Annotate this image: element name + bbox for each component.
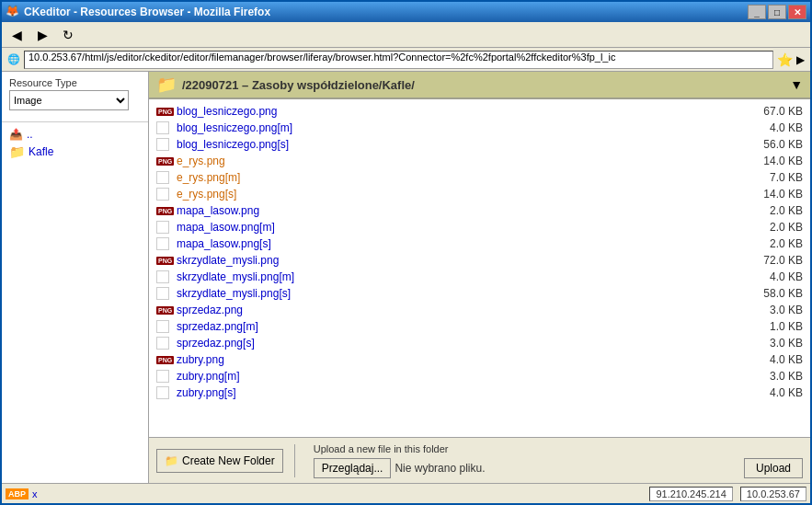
sidebar-item-kafle[interactable]: 📁 Kafle: [2, 143, 148, 161]
table-row[interactable]: skrzydlate_mysli.png[m]4.0 KB: [149, 269, 810, 285]
folder-header: 📁 /22090721 – Zasoby współdzielone/Kafle…: [149, 72, 810, 99]
table-row[interactable]: zubry.png[m]3.0 KB: [149, 368, 810, 384]
upload-button[interactable]: Upload: [744, 458, 803, 478]
main-area: Resource Type Image 📤 .. 📁 Kafle 📁 /2209…: [2, 72, 810, 483]
file-size: 4.0 KB: [748, 121, 803, 134]
img-placeholder: [156, 138, 169, 151]
png-badge: PNG: [156, 356, 174, 364]
file-size: 58.0 KB: [748, 287, 803, 300]
file-icon: [156, 170, 173, 185]
table-row[interactable]: mapa_lasow.png[s]2.0 KB: [149, 235, 810, 252]
window-title: CKeditor - Resources Browser - Mozilla F…: [24, 6, 748, 18]
file-icon: [156, 220, 173, 235]
sidebar-item-up[interactable]: 📤 ..: [2, 126, 148, 143]
folder-new-icon: 📁: [165, 454, 178, 467]
img-placeholder: [156, 188, 169, 201]
file-name[interactable]: zubry.png[s]: [177, 386, 748, 399]
img-placeholder: [156, 337, 169, 350]
addon-close[interactable]: x: [32, 488, 38, 499]
png-badge: PNG: [156, 157, 174, 166]
img-placeholder: [156, 221, 169, 234]
table-row[interactable]: PNGe_rys.png14.0 KB: [149, 153, 810, 169]
file-size: 67.0 KB: [748, 105, 803, 118]
img-placeholder: [156, 287, 169, 300]
file-size: 2.0 KB: [748, 204, 803, 217]
table-row[interactable]: PNGsprzedaz.png3.0 KB: [149, 302, 810, 318]
img-placeholder: [156, 270, 169, 283]
table-row[interactable]: e_rys.png[m]7.0 KB: [149, 169, 810, 186]
table-row[interactable]: skrzydlate_mysli.png[s]58.0 KB: [149, 285, 810, 302]
addon-badge: ABP: [6, 488, 29, 499]
title-bar: 🦊 CKeditor - Resources Browser - Mozilla…: [2, 2, 810, 22]
file-name[interactable]: sprzedaz.png[m]: [177, 320, 748, 333]
file-icon: [156, 270, 173, 284]
png-badge: PNG: [156, 257, 174, 265]
img-placeholder: [156, 121, 169, 134]
file-name[interactable]: blog_lesniczego.png: [177, 105, 748, 118]
back-button[interactable]: ◀: [6, 25, 28, 45]
file-size: 2.0 KB: [748, 237, 803, 250]
table-row[interactable]: PNGskrzydlate_mysli.png72.0 KB: [149, 252, 810, 269]
create-folder-button[interactable]: 📁 Create New Folder: [156, 449, 283, 473]
maximize-button[interactable]: □: [768, 5, 786, 19]
forward-button[interactable]: ▶: [31, 25, 53, 45]
table-row[interactable]: sprzedaz.png[m]1.0 KB: [149, 318, 810, 335]
file-size: 4.0 KB: [748, 270, 803, 283]
folder-dropdown-icon[interactable]: ▼: [790, 77, 803, 92]
table-row[interactable]: e_rys.png[s]14.0 KB: [149, 186, 810, 202]
sidebar-item-kafle-label: Kafle: [29, 145, 53, 158]
table-row[interactable]: PNGmapa_lasow.png2.0 KB: [149, 202, 810, 219]
file-name[interactable]: mapa_lasow.png[m]: [177, 221, 748, 234]
no-file-text: Nie wybrano pliku.: [395, 462, 485, 475]
table-row[interactable]: mapa_lasow.png[m]2.0 KB: [149, 219, 810, 235]
folder-header-icon: 📁: [156, 75, 177, 95]
img-placeholder: [156, 237, 169, 250]
file-icon: [156, 137, 173, 152]
file-name[interactable]: zubry.png: [177, 353, 748, 366]
address-input[interactable]: 10.0.253.67/html/js/editor/ckeditor/edit…: [24, 51, 773, 69]
browse-button[interactable]: Przeglądaj...: [314, 458, 392, 478]
file-name[interactable]: e_rys.png: [177, 155, 748, 167]
table-row[interactable]: blog_lesniczego.png[m]4.0 KB: [149, 120, 810, 136]
file-size: 14.0 KB: [748, 155, 803, 167]
file-size: 4.0 KB: [748, 353, 803, 366]
browser-window: 🦊 CKeditor - Resources Browser - Mozilla…: [0, 0, 812, 505]
file-name[interactable]: mapa_lasow.png[s]: [177, 237, 748, 250]
table-row[interactable]: sprzedaz.png[s]3.0 KB: [149, 335, 810, 351]
file-icon: [156, 336, 173, 350]
table-row[interactable]: zubry.png[s]4.0 KB: [149, 384, 810, 401]
file-size: 4.0 KB: [748, 386, 803, 399]
close-button[interactable]: ✕: [788, 5, 806, 19]
file-name[interactable]: skrzydlate_mysli.png[s]: [177, 287, 748, 300]
file-name[interactable]: mapa_lasow.png: [177, 204, 748, 217]
file-name[interactable]: blog_lesniczego.png[m]: [177, 121, 748, 134]
resource-type-select[interactable]: Image: [9, 90, 129, 110]
png-badge: PNG: [156, 306, 174, 315]
folder-icon: 📁: [9, 144, 25, 159]
table-row[interactable]: PNGzubry.png4.0 KB: [149, 351, 810, 368]
nav-icon: ▶: [796, 53, 805, 66]
file-size: 2.0 KB: [748, 221, 803, 234]
refresh-button[interactable]: ↻: [57, 25, 79, 45]
resource-type-label: Resource Type: [2, 72, 148, 90]
table-row[interactable]: PNGblog_lesniczego.png67.0 KB: [149, 103, 810, 120]
address-go-icon: ⭐: [777, 52, 793, 67]
file-name[interactable]: blog_lesniczego.png[s]: [177, 138, 748, 151]
file-name[interactable]: skrzydlate_mysli.png: [177, 254, 748, 267]
file-name[interactable]: sprzedaz.png: [177, 304, 748, 316]
file-icon: [156, 286, 173, 301]
file-size: 3.0 KB: [748, 337, 803, 350]
file-icon: [156, 121, 173, 135]
file-name[interactable]: e_rys.png[s]: [177, 188, 748, 201]
status-ip2: 10.0.253.67: [740, 487, 806, 501]
file-name[interactable]: zubry.png[m]: [177, 370, 748, 383]
file-name[interactable]: e_rys.png[m]: [177, 171, 748, 184]
file-name[interactable]: skrzydlate_mysli.png[m]: [177, 270, 748, 283]
minimize-button[interactable]: _: [748, 5, 766, 19]
file-area: 📁 /22090721 – Zasoby współdzielone/Kafle…: [149, 72, 810, 483]
bottom-bar: 📁 Create New Folder Upload a new file in…: [149, 437, 810, 483]
file-name[interactable]: sprzedaz.png[s]: [177, 337, 748, 350]
img-placeholder: [156, 320, 169, 333]
status-bar: ABP x 91.210.245.214 10.0.253.67: [2, 483, 810, 503]
table-row[interactable]: blog_lesniczego.png[s]56.0 KB: [149, 136, 810, 153]
